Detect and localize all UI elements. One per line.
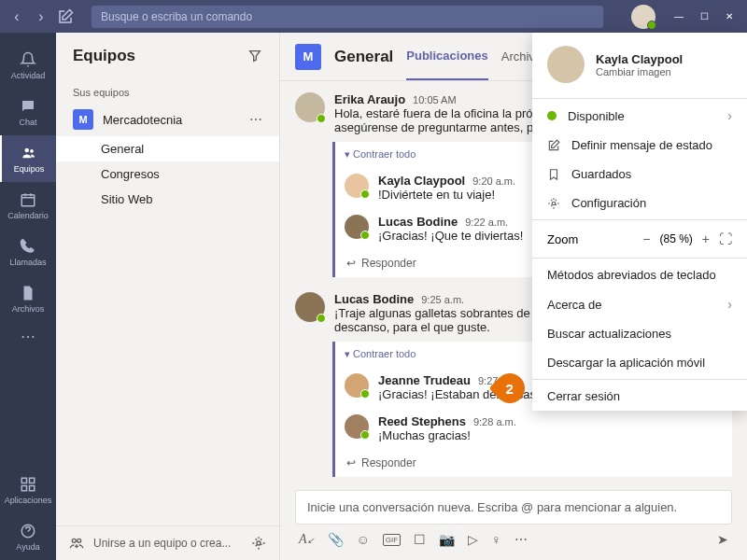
menu-updates[interactable]: Buscar actualizaciones — [532, 319, 747, 348]
channel-general[interactable]: General — [56, 136, 279, 161]
svg-point-10 — [257, 541, 261, 545]
msg-author: Jeanne Trudeau — [378, 373, 471, 387]
minimize-button[interactable]: — — [674, 11, 684, 21]
compose-button[interactable] — [53, 5, 78, 29]
menu-download[interactable]: Descargar la aplicación móvil — [532, 348, 747, 377]
menu-about[interactable]: Acerca de › — [532, 289, 747, 319]
compose-toolbar: A↙ 📎 ☺ GIF ☐ 📷 ▷ ♀ ⋯ ➤ — [295, 525, 732, 547]
profile-name: Kayla Claypool — [596, 52, 683, 66]
zoom-in-button[interactable]: + — [702, 231, 710, 246]
edit-icon — [547, 139, 560, 152]
app-rail: Actividad Chat Equipos Calendario Llamad… — [0, 33, 56, 560]
profile-menu: Kayla Claypool Cambiar imagen Disponible… — [532, 33, 747, 411]
avatar[interactable] — [345, 174, 369, 198]
rail-chat[interactable]: Chat — [0, 89, 56, 135]
send-icon[interactable]: ➤ — [717, 532, 728, 547]
channel-congresos[interactable]: Congresos — [56, 161, 279, 187]
svg-rect-5 — [21, 485, 26, 490]
filter-icon[interactable] — [247, 49, 262, 63]
rail-label: Calendario — [7, 211, 49, 220]
avatar[interactable] — [345, 215, 369, 239]
rail-label: Chat — [19, 118, 36, 127]
profile-avatar[interactable] — [631, 5, 655, 29]
msg-author: Erika Araujo — [334, 92, 405, 106]
back-button[interactable]: ‹ — [5, 5, 29, 29]
forward-button[interactable]: › — [29, 5, 53, 29]
reply-button[interactable]: ↩ Responder — [335, 449, 732, 477]
window-controls: — ☐ ✕ — [674, 11, 733, 21]
rail-calendar[interactable]: Calendario — [0, 182, 56, 229]
msg-time: 10:05 AM — [413, 94, 456, 105]
msg-time: 9:22 a.m. — [465, 217, 508, 228]
avatar[interactable] — [295, 292, 325, 322]
team-avatar: M — [73, 109, 93, 130]
channel-title: General — [334, 48, 393, 66]
menu-signout[interactable]: Cerrar sesión — [532, 382, 747, 411]
content-area: M General Publicaciones Archivos W Erika… — [280, 33, 747, 560]
close-button[interactable]: ✕ — [726, 11, 733, 21]
msg-time: 9:20 a.m. — [472, 175, 515, 187]
sticker-icon[interactable]: ☐ — [414, 532, 426, 547]
menu-zoom: Zoom − (85 %) + ⛶ — [532, 222, 747, 256]
attach-icon[interactable]: 📎 — [328, 532, 344, 547]
channel-sitioweb[interactable]: Sitio Web — [56, 187, 279, 212]
svg-point-9 — [78, 539, 81, 542]
rail-activity[interactable]: Actividad — [0, 42, 56, 89]
rail-label: Equipos — [14, 164, 45, 174]
team-more-icon[interactable]: ⋯ — [249, 112, 262, 127]
rail-teams[interactable]: Equipos — [0, 135, 56, 182]
msg-author: Reed Stephens — [378, 414, 466, 428]
channel-avatar: M — [295, 44, 321, 70]
meet-icon[interactable]: 📷 — [439, 532, 455, 547]
avatar[interactable] — [345, 373, 369, 398]
gif-icon[interactable]: GIF — [383, 534, 401, 546]
svg-rect-3 — [21, 478, 26, 483]
zoom-out-button[interactable]: − — [642, 231, 650, 246]
rail-files[interactable]: Archivos — [0, 275, 56, 322]
fullscreen-icon[interactable]: ⛶ — [719, 231, 732, 246]
msg-time: 9:25 a.m. — [421, 294, 464, 305]
format-icon[interactable]: A↙ — [299, 532, 315, 547]
zoom-label: Zoom — [547, 232, 633, 246]
gear-icon — [547, 197, 560, 210]
join-team-label[interactable]: Unirse a un equipo o crea... — [93, 537, 242, 550]
change-image-link[interactable]: Cambiar imagen — [596, 66, 683, 77]
more-icon[interactable]: ⋯ — [514, 532, 528, 547]
msg-author: Kayla Claypool — [378, 174, 465, 188]
praise-icon[interactable]: ♀ — [491, 532, 501, 547]
reply: Reed Stephens9:28 a.m. ¡Muchas gracias! — [335, 408, 732, 449]
emoji-icon[interactable]: ☺ — [357, 532, 370, 547]
team-name: Mercadotecnia — [103, 113, 240, 127]
profile-menu-avatar[interactable] — [547, 46, 585, 83]
svg-point-0 — [25, 147, 30, 152]
compose-input[interactable]: Inicie una conversación nueva. Escriba @… — [295, 490, 732, 525]
join-team-icon[interactable] — [69, 536, 84, 551]
chevron-right-icon: › — [727, 108, 732, 123]
menu-shortcuts[interactable]: Métodos abreviados de teclado — [532, 260, 747, 289]
menu-status[interactable]: Disponible › — [532, 101, 747, 131]
rail-more[interactable]: ⋯ — [0, 322, 56, 350]
rail-label: Archivos — [12, 304, 45, 314]
svg-point-11 — [552, 202, 556, 205]
rail-apps[interactable]: Aplicaciones — [0, 467, 56, 513]
rail-label: Llamadas — [9, 258, 46, 267]
tab-posts[interactable]: Publicaciones — [406, 33, 487, 80]
compose-area: Inicie una conversación nueva. Escriba @… — [295, 490, 732, 547]
menu-saved[interactable]: Guardados — [532, 160, 747, 189]
avatar[interactable] — [295, 92, 325, 122]
search-input[interactable]: Busque o escriba un comando — [92, 6, 603, 28]
menu-settings[interactable]: Configuración — [532, 189, 747, 217]
svg-rect-4 — [30, 478, 35, 483]
svg-point-8 — [72, 539, 76, 542]
stream-icon[interactable]: ▷ — [468, 532, 478, 547]
rail-help[interactable]: Ayuda — [0, 513, 56, 560]
rail-calls[interactable]: Llamadas — [0, 229, 56, 275]
titlebar: ‹ › Busque o escriba un comando — ☐ ✕ — [0, 0, 747, 33]
panel-subtitle: Sus equipos — [56, 79, 279, 103]
team-row[interactable]: M Mercadotecnia ⋯ — [56, 103, 279, 136]
teams-panel: Equipos Sus equipos M Mercadotecnia ⋯ Ge… — [56, 33, 280, 560]
menu-set-status[interactable]: Definir mensaje de estado — [532, 131, 747, 160]
manage-gear-icon[interactable] — [251, 536, 266, 551]
maximize-button[interactable]: ☐ — [700, 11, 709, 21]
avatar[interactable] — [345, 414, 369, 439]
